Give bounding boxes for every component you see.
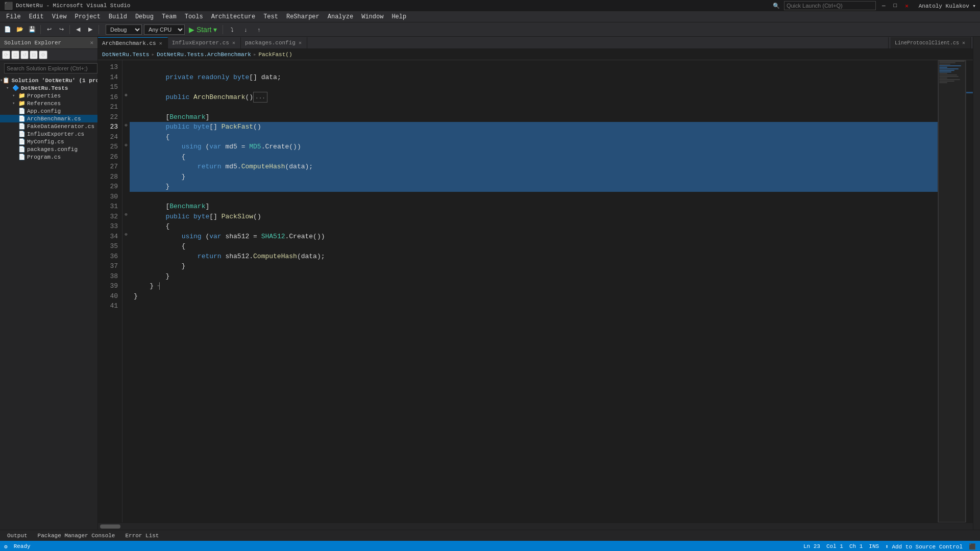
code-line-14: private readonly byte[] data; bbox=[130, 72, 938, 83]
menu-resharper[interactable]: ReSharper bbox=[282, 11, 324, 22]
tab-lineprotocol[interactable]: LineProtocolClient.cs ✕ bbox=[891, 37, 971, 48]
linenum-39: 39 bbox=[102, 281, 118, 291]
cpu-dropdown[interactable]: Any CPU x86 x64 bbox=[144, 24, 185, 35]
hscroll-thumb[interactable] bbox=[100, 524, 120, 529]
breadcrumb-class[interactable]: DotNetRu.Tests.ArchBenchmark bbox=[157, 52, 251, 58]
status-source-control[interactable]: ⬆ Add to Source Control bbox=[885, 543, 963, 550]
menu-debug[interactable]: Debug bbox=[131, 11, 158, 22]
linenum-37: 37 bbox=[102, 261, 118, 271]
maximize-button[interactable]: □ bbox=[892, 3, 899, 9]
line-numbers: 13 14 15 16 21 22 23 24 25 26 27 28 29 3… bbox=[98, 60, 122, 522]
fold-16[interactable]: ⊕ bbox=[123, 92, 129, 98]
se-settings-btn[interactable]: ⚙ bbox=[39, 51, 47, 59]
fold-23-minus[interactable]: ⊖ bbox=[123, 122, 129, 128]
se-tree-item[interactable]: 📄App.config bbox=[0, 107, 97, 115]
menu-edit[interactable]: Edit bbox=[25, 11, 48, 22]
se-tree-item[interactable]: 📄InfluxExporter.cs bbox=[0, 130, 97, 138]
se-search-input[interactable] bbox=[4, 63, 97, 73]
breadcrumb-sep2: ▸ bbox=[253, 51, 257, 58]
se-close-btn[interactable]: ✕ bbox=[90, 39, 93, 46]
editor-area: ArchBenchmark.cs ✕ InfluxExporter.cs ✕ p… bbox=[98, 37, 973, 530]
tab-packages-close[interactable]: ✕ bbox=[298, 40, 303, 46]
menu-view[interactable]: View bbox=[48, 11, 71, 22]
editor-breadcrumb: DotNetRu.Tests ▸ DotNetRu.Tests.ArchBenc… bbox=[98, 49, 973, 60]
code-line-24: { bbox=[130, 132, 938, 142]
overview-bar[interactable] bbox=[966, 60, 973, 522]
code-line-31: [Benchmark] bbox=[130, 202, 938, 212]
se-tree-item[interactable]: ▾🔷DotNetRu.Tests bbox=[0, 84, 97, 92]
se-tree-item[interactable]: 📄FakeDataGenerator.cs bbox=[0, 122, 97, 130]
se-tree-item[interactable]: 📄MyConfig.cs bbox=[0, 138, 97, 145]
user-label: Anatoly Kulakov ▾ bbox=[919, 3, 976, 9]
status-ln: Ln 23 bbox=[803, 543, 820, 549]
fold-25-minus[interactable]: ⊖ bbox=[123, 142, 129, 148]
fold-34-minus[interactable]: ⊖ bbox=[123, 232, 129, 238]
tab-output[interactable]: Output bbox=[2, 530, 33, 541]
code-content[interactable]: private readonly byte[] data; public Arc… bbox=[130, 60, 938, 522]
step-out-btn[interactable]: ↑ bbox=[253, 24, 264, 35]
tab-packages[interactable]: packages.config ✕ bbox=[241, 37, 307, 48]
start-button[interactable]: ▶ Start ▾ bbox=[187, 26, 219, 34]
linenum-26: 26 bbox=[102, 152, 118, 162]
tab-archbenchmark-close[interactable]: ✕ bbox=[158, 40, 163, 46]
menu-window[interactable]: Window bbox=[357, 11, 387, 22]
tab-error-list[interactable]: Error List bbox=[120, 530, 164, 541]
tab-package-manager[interactable]: Package Manager Console bbox=[33, 530, 120, 541]
minimize-button[interactable]: — bbox=[880, 3, 888, 9]
fold-32-minus[interactable]: ⊖ bbox=[123, 212, 129, 218]
separator4 bbox=[223, 25, 223, 34]
se-refresh-btn[interactable]: ↺ bbox=[20, 51, 29, 59]
menu-team[interactable]: Team bbox=[158, 11, 181, 22]
menu-tools[interactable]: Tools bbox=[181, 11, 207, 22]
linenum-38: 38 bbox=[102, 271, 118, 282]
title-bar-right[interactable]: 🔍 — □ ✕ Anatoly Kulakov ▾ bbox=[773, 1, 976, 10]
code-line-38: } bbox=[130, 271, 938, 282]
menu-help[interactable]: Help bbox=[387, 11, 410, 22]
breadcrumb-project[interactable]: DotNetRu.Tests bbox=[102, 52, 149, 58]
menu-project[interactable]: Project bbox=[70, 11, 104, 22]
menu-analyze[interactable]: Analyze bbox=[324, 11, 357, 22]
hscroll[interactable] bbox=[98, 522, 973, 530]
menu-file[interactable]: File bbox=[2, 11, 25, 22]
se-tree-item[interactable]: ▾📋Solution 'DotNetRu' (1 project) bbox=[0, 77, 97, 84]
quick-launch-icon: 🔍 bbox=[773, 3, 780, 9]
tab-lineprotocol-close[interactable]: ✕ bbox=[961, 40, 966, 46]
code-line-35: { bbox=[130, 241, 938, 252]
tab-archbenchmark[interactable]: ArchBenchmark.cs ✕ bbox=[98, 37, 168, 48]
undo-btn[interactable]: ↩ bbox=[43, 24, 55, 35]
tab-influxexporter-close[interactable]: ✕ bbox=[231, 40, 236, 46]
se-toolbar: ⟳ ⊡ ↺ ⊟ ⚙ bbox=[0, 49, 97, 61]
close-button[interactable]: ✕ bbox=[903, 3, 911, 9]
code-line-15 bbox=[130, 82, 938, 92]
new-project-btn[interactable]: 📄 bbox=[2, 24, 13, 35]
step-into-btn[interactable]: ↓ bbox=[240, 24, 251, 35]
breadcrumb-method[interactable]: PackFast() bbox=[259, 52, 292, 58]
se-sync-btn[interactable]: ⟳ bbox=[2, 51, 10, 59]
status-bar: ⚙ Ready Ln 23 Col 1 Ch 1 INS ⬆ Add to So… bbox=[0, 541, 980, 551]
tab-packages-label: packages.config bbox=[245, 40, 296, 46]
redo-btn[interactable]: ↪ bbox=[56, 24, 67, 35]
quick-launch-input[interactable] bbox=[784, 1, 876, 10]
nav-back-btn[interactable]: ◀ bbox=[72, 24, 84, 35]
status-ch: Ch 1 bbox=[849, 543, 863, 549]
linenum-15: 15 bbox=[102, 82, 118, 92]
minimap-viewport[interactable] bbox=[938, 60, 966, 522]
menu-build[interactable]: Build bbox=[105, 11, 131, 22]
se-tree-item[interactable]: 📄ArchBenchmark.cs bbox=[0, 115, 97, 122]
se-filter-btn[interactable]: ⊡ bbox=[11, 51, 19, 59]
menu-test[interactable]: Test bbox=[259, 11, 282, 22]
se-tree-item[interactable]: ▾📁Properties bbox=[0, 92, 97, 99]
se-tree-item[interactable]: 📄packages.config bbox=[0, 145, 97, 153]
open-btn[interactable]: 📂 bbox=[14, 24, 26, 35]
se-tree-item[interactable]: ▾📁References bbox=[0, 99, 97, 107]
step-over-btn[interactable]: ⤵ bbox=[227, 24, 238, 35]
linenum-35: 35 bbox=[102, 241, 118, 252]
se-tree-item[interactable]: 📄Program.cs bbox=[0, 153, 97, 161]
nav-fwd-btn[interactable]: ▶ bbox=[85, 24, 96, 35]
save-btn[interactable]: 💾 bbox=[27, 24, 38, 35]
menu-architecture[interactable]: Architecture bbox=[207, 11, 259, 22]
tab-influxexporter[interactable]: InfluxExporter.cs ✕ bbox=[168, 37, 241, 48]
config-dropdown[interactable]: Debug Release bbox=[106, 24, 142, 35]
code-line-26: { bbox=[130, 152, 938, 162]
se-collapse-btn[interactable]: ⊟ bbox=[30, 51, 38, 59]
